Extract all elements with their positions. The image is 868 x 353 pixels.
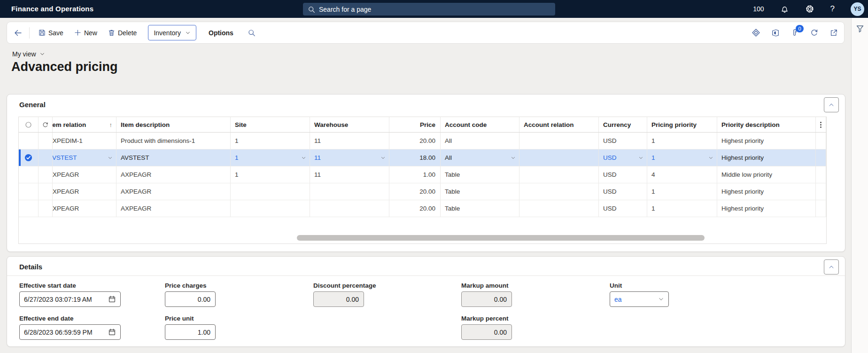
cell-priority_description[interactable]: Highest priority [717, 183, 816, 200]
cell-site[interactable]: 1 [231, 149, 310, 166]
column-header-pricing_priority[interactable]: Pricing priority [647, 117, 717, 132]
back-arrow-icon[interactable] [13, 28, 23, 38]
column-header-warehouse[interactable]: Warehouse [310, 117, 389, 132]
column-header-account_code[interactable]: Account code [441, 117, 519, 132]
row-select-checkbox[interactable] [19, 149, 39, 166]
cell-dropdown-chevron-icon[interactable] [638, 155, 643, 160]
price-unit-input[interactable]: 1.00 [165, 324, 216, 340]
cell-pricing_priority[interactable]: 1 [647, 200, 717, 217]
cell-account_relation[interactable] [519, 149, 599, 166]
page-search-box[interactable]: Search for a page [303, 3, 555, 16]
cell-warehouse[interactable]: 11 [310, 149, 389, 166]
command-search-icon[interactable] [248, 29, 256, 37]
cell-price[interactable]: 1.00 [389, 166, 441, 183]
cell-site[interactable] [231, 183, 310, 200]
grid-row[interactable]: AXPEAGRAXPEAGR20.00TableUSD1Highest prio… [19, 200, 826, 217]
column-header-currency[interactable]: Currency [599, 117, 647, 132]
office-apps-icon[interactable] [771, 29, 780, 37]
cell-pricing_priority[interactable]: 1 [647, 133, 717, 149]
new-button[interactable]: New [74, 29, 97, 37]
cell-price[interactable]: 20.00 [389, 183, 441, 200]
company-badge[interactable]: 100 [753, 5, 764, 13]
cell-price[interactable]: 20.00 [389, 133, 441, 149]
collapse-general-button[interactable] [824, 97, 839, 112]
cell-warehouse[interactable] [310, 200, 389, 217]
grid-row[interactable]: AVSTESTAVSTEST11118.00AllUSD1Highest pri… [19, 149, 826, 166]
cell-item_description[interactable]: AXPEAGR [116, 183, 231, 200]
column-header-item_description[interactable]: Item description [116, 117, 231, 132]
app-title[interactable]: Finance and Operations [11, 5, 93, 13]
inventory-dropdown-button[interactable]: Inventory [148, 25, 196, 40]
cell-site[interactable]: 1 [231, 133, 310, 149]
cell-priority_description[interactable]: Highest priority [717, 200, 816, 217]
options-menu-button[interactable]: Options [209, 29, 233, 37]
cell-priority_description[interactable]: Highest priority [717, 149, 816, 166]
refresh-icon[interactable] [810, 28, 819, 37]
cell-price[interactable]: 18.00 [389, 149, 441, 166]
cell-item_description[interactable]: AXPEAGR [116, 166, 231, 183]
cell-item_relation[interactable]: AXPEAGR [53, 183, 116, 200]
view-selector[interactable]: My view [12, 50, 45, 58]
column-header-account_relation[interactable]: Account relation [519, 117, 599, 132]
user-avatar[interactable]: YS [851, 2, 864, 16]
row-select-checkbox[interactable] [19, 133, 39, 149]
calendar-icon[interactable] [108, 328, 116, 336]
cell-currency[interactable]: USD [599, 149, 647, 166]
cell-dropdown-chevron-icon[interactable] [511, 155, 516, 160]
cell-item_description[interactable]: AXPEAGR [116, 200, 231, 217]
cell-warehouse[interactable]: 11 [310, 166, 389, 183]
column-header-priority_description[interactable]: Priority description [717, 117, 816, 132]
cell-item_description[interactable]: AVSTEST [116, 149, 231, 166]
cell-dropdown-chevron-icon[interactable] [108, 155, 113, 160]
cell-dropdown-chevron-icon[interactable] [708, 155, 713, 160]
cell-currency[interactable]: USD [599, 183, 647, 200]
cell-account_code[interactable]: Table [441, 166, 519, 183]
cell-pricing_priority[interactable]: 4 [647, 166, 717, 183]
grid-refresh-button[interactable] [39, 117, 53, 132]
cell-pricing_priority[interactable]: 1 [647, 183, 717, 200]
notifications-bell-icon[interactable] [780, 5, 789, 14]
grid-row[interactable]: AXPEAGRAXPEAGR20.00TableUSD1Highest prio… [19, 183, 826, 200]
effective-end-date-input[interactable]: 6/28/2023 06:59:59 PM [19, 324, 121, 340]
cell-item_relation[interactable]: AVSTEST [53, 149, 116, 166]
column-header-price[interactable]: Price [389, 117, 441, 132]
cell-warehouse[interactable]: 11 [310, 133, 389, 149]
cell-dropdown-chevron-icon[interactable] [301, 155, 306, 160]
cell-item_relation[interactable]: AXPEAGR [53, 166, 116, 183]
filter-funnel-icon[interactable] [855, 24, 865, 33]
cell-item_relation[interactable]: AXPEDIM-1 [53, 133, 116, 149]
dynamics-diamond-icon[interactable] [752, 28, 760, 37]
cell-currency[interactable]: USD [599, 133, 647, 149]
cell-account_code[interactable]: Table [441, 183, 519, 200]
row-select-checkbox[interactable] [19, 183, 39, 200]
select-all-checkbox[interactable] [19, 117, 39, 132]
delete-button[interactable]: Delete [108, 29, 137, 37]
cell-account_code[interactable]: All [441, 133, 519, 149]
price-charges-input[interactable]: 0.00 [165, 291, 216, 307]
help-icon[interactable]: ? [830, 4, 835, 14]
cell-currency[interactable]: USD [599, 166, 647, 183]
collapse-details-button[interactable] [824, 259, 839, 275]
grid-row[interactable]: AXPEAGRAXPEAGR1111.00TableUSD4Middle low… [19, 166, 826, 183]
unit-dropdown[interactable]: ea [610, 291, 669, 307]
cell-currency[interactable]: USD [599, 200, 647, 217]
cell-account_relation[interactable] [519, 133, 599, 149]
cell-site[interactable]: 1 [231, 166, 310, 183]
row-select-checkbox[interactable] [19, 200, 39, 217]
open-in-new-window-icon[interactable] [829, 29, 838, 37]
grid-more-options[interactable] [816, 117, 826, 132]
cell-account_relation[interactable] [519, 183, 599, 200]
calendar-icon[interactable] [108, 295, 116, 303]
cell-priority_description[interactable]: Highest priority [717, 133, 816, 149]
column-header-site[interactable]: Site [231, 117, 310, 132]
save-button[interactable]: Save [38, 29, 63, 37]
cell-account_relation[interactable] [519, 166, 599, 183]
attachments-icon[interactable]: 0 [790, 29, 799, 37]
settings-gear-icon[interactable] [805, 4, 814, 14]
effective-start-date-input[interactable]: 6/27/2023 03:07:19 AM [19, 291, 121, 307]
cell-dropdown-chevron-icon[interactable] [380, 155, 386, 160]
row-select-checkbox[interactable] [19, 166, 39, 183]
cell-site[interactable] [231, 200, 310, 217]
cell-account_relation[interactable] [519, 200, 599, 217]
cell-pricing_priority[interactable]: 1 [647, 149, 717, 166]
